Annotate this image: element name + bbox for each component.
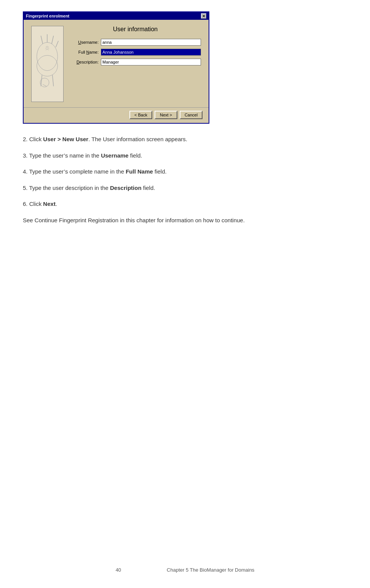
see-also: See Continue Fingerprint Registration in…	[23, 216, 347, 225]
step-2-text-after: . The User information screen appears.	[88, 136, 187, 142]
step-6-text-before: Click	[29, 201, 43, 207]
username-input[interactable]	[101, 39, 201, 46]
cancel-button[interactable]: Cancel	[180, 111, 203, 119]
footer-page-number: 40	[116, 567, 121, 573]
dialog-title: Fingerprint enrolment	[26, 14, 69, 18]
step-5: 5. Type the user description in the Desc…	[23, 184, 347, 193]
fingerprint-image	[31, 26, 64, 102]
instructions: 2. Click User > New User. The User infor…	[23, 135, 347, 225]
footer-chapter: Chapter 5 The BioManager for Domains	[167, 567, 254, 573]
dialog-screenshot: Fingerprint enrolment ✕	[23, 11, 347, 124]
step-4-number: 4.	[23, 168, 29, 175]
step-2-bold: User > New User	[43, 136, 88, 142]
step-4-text-before: Type the user’s complete name in the	[29, 168, 126, 175]
dialog-titlebar: Fingerprint enrolment ✕	[24, 12, 209, 20]
description-label: Description:	[70, 60, 101, 64]
step-4-bold: Full Name	[126, 168, 153, 175]
username-label: Username:	[70, 40, 101, 45]
step-2: 2. Click User > New User. The User infor…	[23, 135, 347, 144]
fullname-row: Full Name:	[70, 49, 201, 56]
step-6-bold: Next	[43, 201, 56, 207]
page-footer: 40 Chapter 5 The BioManager for Domains	[0, 567, 370, 573]
step-4-text-after: field.	[153, 168, 167, 175]
step-3: 3. Type the user’s name in the Username …	[23, 151, 347, 160]
page-content: Fingerprint enrolment ✕	[0, 0, 370, 255]
step-5-text-before: Type the user description in the	[29, 185, 110, 191]
step-3-text-after: field.	[129, 152, 142, 159]
description-input[interactable]	[101, 59, 201, 65]
step-2-text-before: Click	[29, 136, 43, 142]
step-2-number: 2.	[23, 136, 29, 142]
step-4: 4. Type the user’s complete name in the …	[23, 167, 347, 176]
back-button[interactable]: < Back	[129, 111, 152, 119]
step-3-number: 3.	[23, 152, 29, 159]
next-button[interactable]: Next >	[155, 111, 177, 119]
dialog-window: Fingerprint enrolment ✕	[23, 11, 209, 124]
dialog-body: User information Username: Full Name:	[24, 20, 209, 107]
step-5-number: 5.	[23, 185, 29, 191]
description-row: Description:	[70, 59, 201, 65]
fullname-input[interactable]	[101, 49, 201, 56]
user-information-title: User information	[70, 26, 201, 33]
step-6-number: 6.	[23, 201, 29, 207]
step-6: 6. Click Next.	[23, 200, 347, 209]
step-3-bold: Username	[101, 152, 129, 159]
step-5-bold: Description	[110, 185, 142, 191]
fullname-label: Full Name:	[70, 50, 101, 54]
username-row: Username:	[70, 39, 201, 46]
step-6-text-after: .	[56, 201, 57, 207]
close-icon[interactable]: ✕	[201, 13, 206, 19]
dialog-form-area: User information Username: Full Name:	[70, 26, 201, 102]
step-3-text-before: Type the user’s name in the	[29, 152, 101, 159]
step-5-text-after: field.	[142, 185, 155, 191]
dialog-buttons: < Back Next > Cancel	[24, 107, 209, 123]
